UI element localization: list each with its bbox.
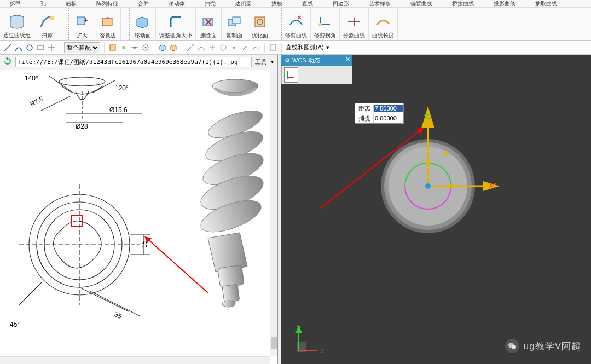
rect-tool-icon[interactable] — [36, 43, 45, 52]
model-viewport[interactable]: ⚙ WCS 动态 ✕ 距离 7.50000 捕捉 0.00000 — [281, 55, 591, 364]
svg-point-47 — [426, 160, 430, 164]
optimize-face-button[interactable]: 优化面 — [247, 8, 273, 40]
snap-icon[interactable] — [108, 43, 117, 52]
arc-tool-icon[interactable] — [14, 43, 23, 52]
svg-line-40 — [148, 239, 208, 293]
ribbon-tab[interactable]: 抽壳 — [195, 0, 225, 7]
ribbon-tab-strip: 拆甲 孔 筋板 阵列特征 合并 移动体 抽壳 边倒圆 拔模 直线 四边形 艺术样… — [0, 0, 591, 8]
watermark-text: ug教学V阿超 — [524, 340, 581, 353]
image-path-bar: file:///E:/课程/图纸/d1243dfc161967a0a4e969e… — [0, 55, 277, 70]
group-separator — [121, 8, 130, 40]
svg-point-17 — [233, 47, 235, 49]
plus-icon[interactable] — [208, 43, 217, 52]
spline-icon[interactable] — [252, 43, 260, 52]
cross-tool-icon[interactable] — [47, 43, 56, 52]
red-annotation-arrow — [0, 70, 270, 354]
snap-end-icon[interactable] — [119, 43, 128, 52]
left-image-viewer: file:///E:/课程/图纸/d1243dfc161967a0a4e969e… — [0, 55, 278, 364]
box2-icon[interactable] — [169, 43, 178, 52]
delete-face-button[interactable]: 删除面 — [196, 8, 222, 40]
svg-point-50 — [449, 184, 453, 188]
group-separator — [273, 8, 282, 40]
svg-point-15 — [145, 47, 147, 48]
corner-x-label: X — [321, 348, 325, 354]
svg-rect-10 — [38, 45, 43, 50]
split-curve-button[interactable]: 分割曲线 — [340, 8, 369, 40]
box-icon[interactable] — [158, 43, 167, 52]
point-icon[interactable] — [230, 43, 239, 52]
vertical-scrollbar[interactable] — [270, 70, 277, 356]
dropdown-icon[interactable]: ▾ — [326, 44, 329, 51]
slash-icon[interactable] — [241, 43, 250, 52]
svg-rect-18 — [270, 45, 276, 50]
assembly-select[interactable]: 整个装配 — [64, 42, 100, 53]
svg-point-9 — [27, 45, 32, 50]
svg-rect-6 — [255, 17, 265, 27]
ribbon-tab[interactable]: 抽取曲线 — [525, 0, 567, 7]
svg-point-48 — [444, 151, 449, 155]
line-tool-icon[interactable] — [3, 43, 12, 52]
snap-center-icon[interactable] — [141, 43, 150, 52]
resize-fillet-button[interactable]: 调整圆角大小 — [156, 8, 196, 40]
tool-dropdown[interactable]: 工具 ▾ — [255, 58, 274, 66]
circle2-icon[interactable] — [219, 43, 228, 52]
trim-corner-button[interactable]: 修剪拐角 — [311, 8, 340, 40]
ribbon-tab[interactable]: 拔模 — [262, 0, 292, 7]
through-curves-button[interactable]: 通过曲线组 — [0, 8, 34, 40]
arc2-icon[interactable] — [197, 43, 206, 52]
secondary-toolbar: 整个装配 直线和圆弧(A) ▾ — [0, 41, 591, 55]
ribbon-tab[interactable]: 艺术样条 — [359, 0, 401, 7]
curve-length-button[interactable]: 曲线长度 — [369, 8, 398, 40]
snap-mid-icon[interactable] — [130, 43, 139, 52]
enlarge-button[interactable]: 扩大 — [69, 8, 95, 40]
wechat-icon — [505, 339, 519, 353]
ribbon-tab[interactable]: 桥接曲线 — [442, 0, 484, 7]
corner-y-label: Y — [297, 325, 300, 331]
svg-point-8 — [318, 23, 322, 26]
svg-point-56 — [512, 345, 516, 349]
replace-edge-button[interactable]: 替换边 — [95, 8, 121, 40]
svg-point-16 — [221, 45, 226, 50]
ribbon-tab[interactable]: 投影曲线 — [484, 0, 525, 7]
view-triad — [291, 323, 324, 356]
ribbon-tab[interactable]: 边倒圆 — [225, 0, 262, 7]
svg-rect-1 — [77, 17, 85, 25]
svg-rect-2 — [102, 18, 112, 26]
refresh-icon[interactable] — [3, 57, 12, 67]
main-workspace: file:///E:/课程/图纸/d1243dfc161967a0a4e969e… — [0, 55, 591, 364]
svg-point-12 — [122, 46, 125, 49]
ribbon-tab[interactable]: 偏置曲线 — [401, 0, 442, 7]
svg-point-0 — [50, 16, 54, 20]
circle-tool-icon[interactable] — [25, 43, 34, 52]
ribbon-tab[interactable]: 直线 — [292, 0, 323, 7]
sweep-button[interactable]: 扫掠 — [34, 8, 60, 40]
ribbon: 通过曲线组 扫掠 扩大 替换边 移动面 调整圆角大小 删除面 复制面 优化面 修… — [0, 8, 591, 41]
line2-icon[interactable] — [186, 43, 195, 52]
xc-axis-label: XC — [489, 183, 497, 189]
horizontal-scrollbar[interactable] — [0, 356, 270, 364]
cube-icon[interactable] — [269, 43, 277, 52]
model-canvas[interactable] — [281, 55, 588, 361]
move-face-button[interactable]: 移动面 — [130, 8, 156, 40]
svg-rect-5 — [233, 17, 240, 24]
ribbon-tab[interactable]: 四边形 — [323, 0, 359, 7]
svg-point-13 — [134, 47, 136, 49]
yc-axis-label: YC — [424, 114, 431, 120]
group-separator — [60, 8, 69, 40]
ribbon-tab[interactable]: 合并 — [128, 0, 159, 7]
ribbon-tab[interactable]: 孔 — [31, 0, 56, 7]
trim-curve-button[interactable]: 修剪曲线 — [282, 8, 311, 40]
drawing-canvas[interactable]: 140° 120° R7.5 Ø15.6 Ø28 — [0, 70, 277, 364]
svg-point-51 — [425, 183, 431, 189]
watermark: ug教学V阿超 — [505, 339, 581, 353]
curve-mode-label: 直线和圆弧(A) — [286, 43, 324, 51]
file-url-field[interactable]: file:///E:/课程/图纸/d1243dfc161967a0a4e969e… — [15, 57, 252, 67]
ribbon-tab[interactable]: 筋板 — [56, 0, 86, 7]
ribbon-tab[interactable]: 阵列特征 — [86, 0, 128, 7]
ribbon-tab[interactable]: 移动体 — [159, 0, 195, 7]
ribbon-tab[interactable]: 拆甲 — [0, 0, 31, 7]
copy-face-button[interactable]: 复制面 — [222, 8, 247, 40]
svg-rect-11 — [110, 45, 115, 50]
